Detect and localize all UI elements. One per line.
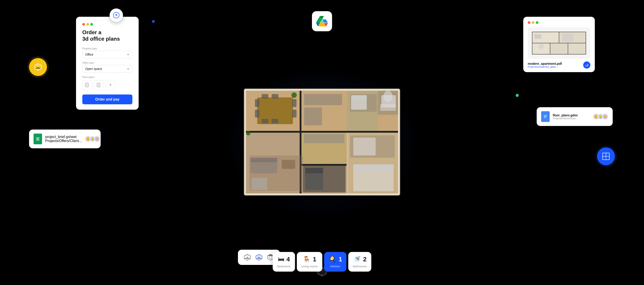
floor-plan-icon xyxy=(602,152,610,161)
upload-icon xyxy=(113,12,120,18)
pdf-card: modern_apartment.pdf Projects/visual/new… xyxy=(523,17,595,72)
office-type-value: Open space xyxy=(85,67,102,71)
svg-rect-68 xyxy=(544,116,547,117)
google-drive-icon-container xyxy=(312,11,332,31)
property-type-select[interactable]: Office xyxy=(82,51,132,58)
floor-plans-label: Floor plans xyxy=(82,76,132,78)
svg-rect-6 xyxy=(246,131,398,133)
3d-box-icon xyxy=(34,62,42,71)
svg-rect-64 xyxy=(562,34,574,41)
kitchen-count: 1 xyxy=(338,256,342,263)
cube-icon-1 xyxy=(243,253,251,261)
svg-rect-27 xyxy=(262,119,268,123)
living-rooms-card[interactable]: 🪑 1 Living rooms xyxy=(297,252,322,272)
pdf-window-controls xyxy=(528,21,590,24)
bedrooms-label: Bedrooms xyxy=(277,265,290,268)
kitchen-inner: 🍳 1 xyxy=(328,256,342,263)
bedrooms-card[interactable]: 🛏 4 Bedrooms xyxy=(272,252,295,272)
gdoc-file-icon xyxy=(543,113,548,120)
pdf-maximize-dot[interactable] xyxy=(536,21,538,24)
svg-rect-62 xyxy=(568,43,586,54)
living-rooms-count: 1 xyxy=(313,256,316,263)
svg-rect-69 xyxy=(544,117,546,118)
close-dot[interactable] xyxy=(82,23,85,26)
gdoc-file-name: floor_plans.gdoc xyxy=(553,113,578,117)
svg-rect-39 xyxy=(304,134,344,143)
office-type-label: Office type xyxy=(82,61,132,64)
window-controls xyxy=(82,23,132,26)
svg-rect-46 xyxy=(353,138,376,155)
svg-rect-24 xyxy=(292,110,296,117)
bathrooms-label: Bathrooms xyxy=(353,265,367,268)
gdoc-card: floor_plans.gdoc Projects/Plans/Client..… xyxy=(537,107,613,126)
pdf-minimize-dot[interactable] xyxy=(532,21,534,24)
pdf-close-dot[interactable] xyxy=(528,21,530,24)
svg-rect-52 xyxy=(606,156,609,160)
maximize-dot[interactable] xyxy=(90,23,93,26)
refresh-icon xyxy=(585,63,588,67)
add-floor-plan-button[interactable]: + xyxy=(106,80,116,90)
office-type-select[interactable]: Open space xyxy=(82,65,132,73)
svg-rect-25 xyxy=(262,94,268,98)
svg-rect-67 xyxy=(544,115,547,116)
gsheet-avatar-3: 🙂 xyxy=(94,136,100,142)
pdf-file-path: Projects/visual/new_apart... xyxy=(528,65,562,68)
gdoc-file-path: Projects/Plans/Client... xyxy=(553,117,578,120)
svg-rect-26 xyxy=(272,94,278,98)
bedrooms-inner: 🛏 4 xyxy=(278,256,290,263)
svg-rect-3 xyxy=(300,91,302,131)
svg-point-40 xyxy=(384,91,392,102)
property-type-value: Office xyxy=(85,53,93,56)
gdoc-avatars: 😊 😐 🙂 xyxy=(593,113,608,120)
svg-point-37 xyxy=(292,92,296,96)
property-type-group: Property type Office xyxy=(82,47,132,58)
living-rooms-inner: 🪑 1 xyxy=(303,256,316,263)
svg-rect-11 xyxy=(302,164,346,166)
pdf-file-info: modern_apartment.pdf Projects/visual/new… xyxy=(528,61,590,69)
blue-circle-icon xyxy=(597,147,615,165)
kitchen-icon: 🍳 xyxy=(328,256,336,263)
pdf-file-name: modern_apartment.pdf xyxy=(528,62,562,65)
yellow-circle-icon xyxy=(29,58,47,76)
svg-rect-21 xyxy=(255,99,260,107)
svg-point-65 xyxy=(538,44,544,49)
file-icon-2 xyxy=(96,83,101,88)
svg-rect-51 xyxy=(603,153,606,156)
gsheet-file-details: project_brief.gsheet Projects/Offers/Cli… xyxy=(45,135,82,143)
avatar-3: 🙂 xyxy=(602,113,608,120)
svg-rect-23 xyxy=(292,99,296,107)
sofa-icon: 🪑 xyxy=(303,256,310,263)
order-and-pay-button[interactable]: Order and pay xyxy=(82,94,132,104)
upload-icon-container[interactable] xyxy=(110,8,123,22)
google-drive-icon xyxy=(316,15,328,27)
bath-icon: 🚿 xyxy=(353,256,361,263)
room-cards-container: 🛏 4 Bedrooms 🪑 1 Living rooms 🍳 1 Kitche… xyxy=(272,252,371,272)
blue-dot xyxy=(152,20,155,23)
svg-rect-28 xyxy=(272,119,278,123)
floor-plan xyxy=(235,75,409,210)
svg-rect-41 xyxy=(380,104,396,111)
floor-plan-file-2[interactable] xyxy=(94,80,104,90)
green-dot xyxy=(516,94,519,97)
pdf-preview-thumbnail xyxy=(528,27,590,59)
chevron-down-icon-2 xyxy=(127,67,130,70)
bedrooms-count: 4 xyxy=(286,256,290,263)
gdoc-file-details: floor_plans.gdoc Projects/Plans/Client..… xyxy=(553,113,578,120)
minimize-dot[interactable] xyxy=(86,23,89,26)
bathrooms-card[interactable]: 🚿 2 Bathrooms xyxy=(348,252,372,272)
svg-rect-29 xyxy=(304,94,342,105)
kitchen-card[interactable]: 🍳 1 Kitchen xyxy=(324,252,346,272)
svg-rect-44 xyxy=(305,168,323,173)
chevron-down-icon xyxy=(127,53,130,56)
floor-plan-file-1[interactable] xyxy=(82,80,92,90)
gdoc-icon xyxy=(541,111,550,122)
gsheet-file-name: project_brief.gsheet xyxy=(45,135,82,139)
pdf-refresh-button[interactable] xyxy=(583,61,590,69)
svg-rect-63 xyxy=(534,34,541,39)
property-type-label: Property type xyxy=(82,47,132,50)
bathrooms-count: 2 xyxy=(363,256,367,263)
svg-rect-19 xyxy=(252,178,267,190)
order-card: Order a 3d office plans Property type Of… xyxy=(76,17,139,110)
order-title: Order a 3d office plans xyxy=(82,29,132,42)
floor-plan-thumbnail xyxy=(530,30,588,56)
